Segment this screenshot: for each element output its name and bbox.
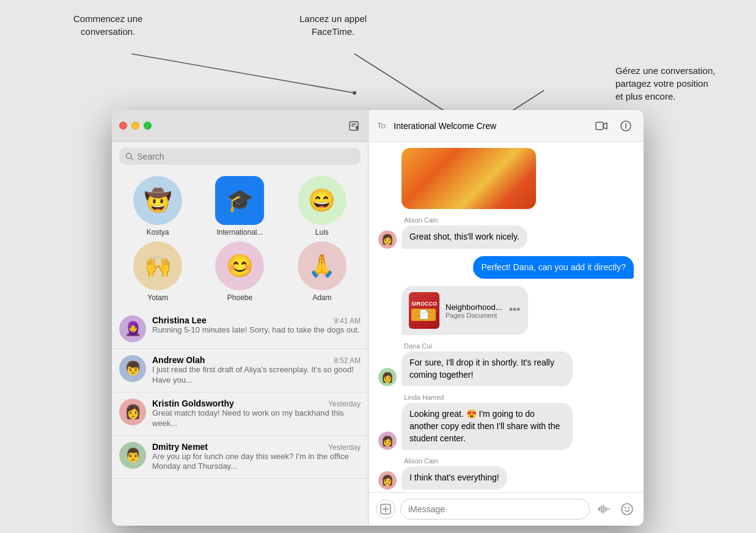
attachment-action-icon [508, 304, 521, 317]
conv-preview-dmitry: Are you up for lunch one day this week? … [152, 452, 361, 472]
conv-name-kristin: Kristin Goldsworthy [152, 399, 234, 408]
svg-point-15 [509, 307, 512, 311]
audio-button[interactable] [595, 500, 613, 518]
sidebar: 🤠 Kostya 🎓 International... 😄 Luis 🙌 Yot… [112, 110, 369, 526]
pinned-contact-adam[interactable]: 🙏 Adam [284, 241, 361, 302]
photo-bubble [402, 148, 536, 209]
svg-point-16 [513, 307, 516, 311]
msg-avatar-alison-1: 👩 [378, 230, 397, 249]
conv-time-andrew: 8:52 AM [334, 356, 361, 365]
search-input[interactable] [137, 152, 354, 161]
annotation-facetime: Lancez un appelFaceTime. [299, 12, 367, 38]
conv-content-dmitry: Dmitry Nemet Yesterday Are you up for lu… [152, 442, 361, 472]
msg-group-dana: Dana Cui 👩 For sure, I'll drop it in sho… [378, 342, 634, 386]
conv-content-andrew: Andrew Olah 8:52 AM I just read the firs… [152, 355, 361, 386]
msg-avatar-linda: 👩 [378, 432, 397, 450]
emoji-button[interactable] [618, 500, 636, 518]
bubble-alison-2: I think that's everything! [402, 466, 507, 490]
contact-name-adam: Adam [312, 293, 331, 302]
maximize-button[interactable] [144, 122, 152, 130]
search-bar[interactable] [119, 148, 361, 165]
chat-header: To: Interational Welcome Crew [369, 110, 644, 142]
svg-point-27 [625, 507, 626, 508]
messages-area: Alison Cain 👩 Great shot, this'll work n… [369, 142, 644, 492]
attachment-type: Pages Document [446, 312, 502, 319]
attachment-info: Neighborhood... Pages Document [446, 303, 502, 319]
attachment-bubble[interactable]: SIROCCO 📄 Neighborhood... Pages Document [402, 286, 528, 335]
conversation-item-kristin[interactable]: 👩 Kristin Goldsworthy Yesterday Great ma… [112, 392, 368, 436]
avatar-dmitry: 👨 [119, 442, 146, 469]
conv-preview-kristin: Great match today! Need to work on my ba… [152, 408, 361, 429]
msg-avatar-dana: 👩 [378, 368, 397, 386]
pinned-contact-yotam[interactable]: 🙌 Yotam [119, 241, 196, 302]
contact-name-luis: Luis [315, 228, 329, 237]
conv-content-christina: Christina Lee 9:41 AM Running 5-10 minut… [152, 315, 361, 336]
info-icon [620, 120, 631, 131]
avatar-international: 🎓 [215, 176, 264, 225]
sender-name-linda: Linda Hamed [404, 394, 634, 401]
minimize-button[interactable] [131, 122, 139, 130]
contact-name-phoebe: Phoebe [227, 293, 252, 302]
msg-row-linda: 👩 Looking great. 😍 I'm going to do anoth… [378, 403, 634, 450]
traffic-lights [119, 122, 152, 130]
conversation-list: 🧕 Christina Lee 9:41 AM Running 5-10 min… [112, 309, 368, 526]
svg-line-10 [131, 158, 133, 160]
sender-name-alison-2: Alison Cain [404, 457, 634, 465]
attachment-icon: SIROCCO 📄 [409, 292, 439, 329]
contact-name-international: International... [216, 228, 263, 237]
pinned-contacts-grid: 🤠 Kostya 🎓 International... 😄 Luis 🙌 Yot… [112, 171, 368, 309]
conversation-item-andrew[interactable]: 👦 Andrew Olah 8:52 AM I just read the fi… [112, 349, 368, 392]
conv-time-christina: 9:41 AM [334, 317, 361, 325]
annotation-compose: Commencez uneconversation. [73, 12, 142, 38]
msg-group-alison-1: Alison Cain 👩 Great shot, this'll work n… [378, 216, 634, 249]
bubble-linda: Looking great. 😍 I'm going to do another… [402, 403, 573, 450]
conv-preview-andrew: I just read the first draft of Aliya's s… [152, 365, 361, 386]
pinned-contact-phoebe[interactable]: 😊 Phoebe [201, 241, 278, 302]
conversation-item-christina[interactable]: 🧕 Christina Lee 9:41 AM Running 5-10 min… [112, 309, 368, 349]
bubble-alison-1: Great shot, this'll work nicely. [402, 226, 527, 249]
msg-row-dana: 👩 For sure, I'll drop it in shortly. It'… [378, 351, 634, 386]
pinned-contact-international[interactable]: 🎓 International... [201, 176, 278, 237]
avatar-kristin: 👩 [119, 399, 146, 425]
chat-recipient: Interational Welcome Crew [394, 121, 586, 131]
pinned-contact-kostya[interactable]: 🤠 Kostya [119, 176, 196, 237]
conv-content-kristin: Kristin Goldsworthy Yesterday Great matc… [152, 399, 361, 429]
msg-row-alison-2: 👩 I think that's everything! [378, 466, 634, 490]
svg-point-14 [625, 123, 626, 124]
chat-to-label: To: [377, 121, 387, 130]
sender-name-dana: Dana Cui [404, 342, 634, 350]
conversation-item-dmitry[interactable]: 👨 Dmitry Nemet Yesterday Are you up for … [112, 436, 368, 479]
contact-name-kostya: Kostya [147, 228, 169, 237]
compose-button[interactable] [347, 119, 361, 133]
audio-waveform-icon [597, 504, 611, 514]
avatar-kostya: 🤠 [133, 176, 182, 225]
conv-header-dmitry: Dmitry Nemet Yesterday [152, 442, 361, 452]
conv-preview-christina: Running 5-10 minutes late! Sorry, had to… [152, 325, 361, 336]
msg-row-outgoing-1: Perfect! Dana, can you add it directly? [473, 256, 634, 279]
conv-name-christina: Christina Lee [152, 315, 207, 325]
close-button[interactable] [119, 122, 127, 130]
photo-message [378, 148, 634, 209]
info-button[interactable] [617, 117, 635, 135]
search-icon [125, 152, 133, 161]
attachment-name: Neighborhood... [446, 303, 502, 312]
svg-point-17 [516, 307, 519, 311]
avatar-phoebe: 😊 [215, 241, 264, 290]
appstore-icon [380, 504, 391, 515]
bubble-dana: For sure, I'll drop it in shortly. It's … [402, 351, 573, 386]
msg-avatar-alison-2: 👩 [378, 471, 397, 490]
contact-name-yotam: Yotam [147, 293, 168, 302]
msg-group-outgoing-1: Perfect! Dana, can you add it directly? [378, 256, 634, 279]
msg-row-alison-1: 👩 Great shot, this'll work nicely. [378, 226, 634, 249]
app-window: 🤠 Kostya 🎓 International... 😄 Luis 🙌 Yot… [112, 110, 644, 526]
msg-group-linda: Linda Hamed 👩 Looking great. 😍 I'm going… [378, 394, 634, 450]
message-input[interactable] [400, 499, 590, 520]
svg-rect-11 [596, 122, 603, 130]
chat-area: To: Interational Welcome Crew [369, 110, 644, 526]
conv-header-andrew: Andrew Olah 8:52 AM [152, 355, 361, 365]
conv-time-kristin: Yesterday [328, 400, 361, 408]
app-store-button[interactable] [376, 499, 395, 519]
emoji-icon [621, 503, 633, 515]
pinned-contact-luis[interactable]: 😄 Luis [284, 176, 361, 237]
facetime-button[interactable] [592, 117, 611, 135]
